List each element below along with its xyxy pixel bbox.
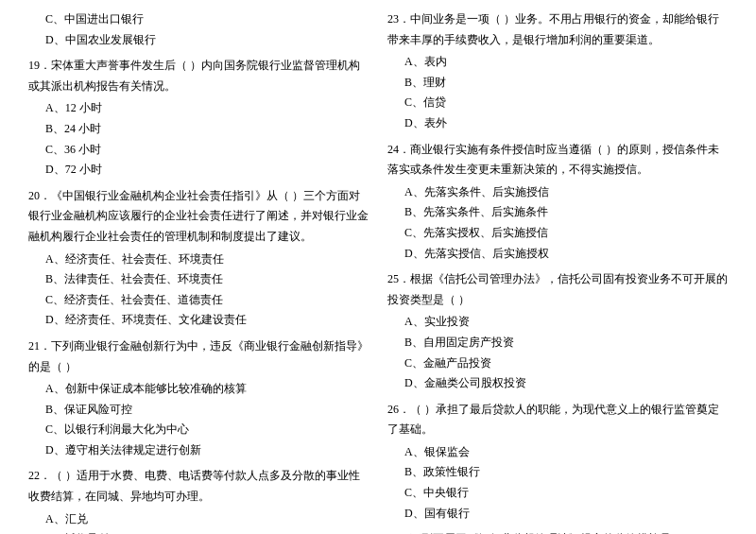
q22-option-b: B、托收承付 (28, 529, 369, 534)
q23-option-c: C、信贷 (387, 93, 728, 113)
q20-option-a: A、经济责任、社会责任、环境责任 (28, 250, 369, 270)
question-22: 22．（ ）适用于水费、电费、电话费等付款人点多及分散的事业性收费结算，在同城、… (28, 466, 369, 534)
q23-option-d: D、表外 (387, 113, 728, 134)
q23-text: 23．中间业务是一项（ ）业务。不用占用银行的资金，却能给银行带来丰厚的手续费收… (387, 9, 728, 50)
question-26: 26．（ ）承担了最后贷款人的职能，为现代意义上的银行监管奠定了基础。 A、银保… (387, 400, 728, 525)
q25-option-d: D、金融类公司股权投资 (387, 373, 728, 394)
question-21: 21．下列商业银行金融创新行为中，违反《商业银行金融创新指导》的是（ ） A、创… (28, 336, 369, 461)
q22-option-a: A、汇兑 (28, 509, 369, 530)
right-column: 23．中间业务是一项（ ）业务。不用占用银行的资金，却能给银行带来丰厚的手续费收… (387, 9, 728, 534)
q26-option-d: D、国有银行 (387, 504, 728, 525)
q20-text: 20．《中国银行业金融机构企业社会责任指引》从（ ）三个方面对银行业金融机构应该… (28, 186, 369, 248)
option-d-export: D、中国农业发展银行 (28, 30, 369, 51)
q26-option-b: B、政策性银行 (387, 462, 728, 483)
question-27: 27．下列不属于《银行业监督管理法》规定的监管措施是（ ） A、限制股权转让 B… (387, 529, 728, 534)
q25-option-b: B、自用固定房产投资 (387, 333, 728, 353)
q23-option-a: A、表内 (387, 52, 728, 73)
q24-option-d: D、先落实授信、后实施授权 (387, 244, 728, 265)
q21-option-d: D、遵守相关法律规定进行创新 (28, 440, 369, 461)
q20-option-c: C、经济责任、社会责任、道德责任 (28, 290, 369, 311)
question-19: 19．宋体重大声誉事件发生后（ ）内向国务院银行业监督管理机构或其派出机构报告有… (28, 56, 369, 181)
q21-option-a: A、创新中保证成本能够比较准确的核算 (28, 379, 369, 400)
q24-text: 24．商业银行实施有条件授信时应当遵循（ ）的原则，授信条件未落实或条件发生变更… (387, 140, 728, 181)
question-25: 25．根据《信托公司管理办法》，信托公司固有投资业务不可开展的投资类型是（ ） … (387, 269, 728, 394)
q27-text: 27．下列不属于《银行业监督管理法》规定的监管措施是（ ） (387, 529, 728, 534)
option-c-export: C、中国进出口银行 (28, 9, 369, 30)
q26-option-c: C、中央银行 (387, 483, 728, 504)
q19-option-c: C、36 小时 (28, 140, 369, 161)
question-c-export: C、中国进出口银行 D、中国农业发展银行 (28, 9, 369, 50)
q22-text: 22．（ ）适用于水费、电费、电话费等付款人点多及分散的事业性收费结算，在同城、… (28, 466, 369, 507)
q19-text: 19．宋体重大声誉事件发生后（ ）内向国务院银行业监督管理机构或其派出机构报告有… (28, 56, 369, 96)
q26-text: 26．（ ）承担了最后贷款人的职能，为现代意义上的银行监管奠定了基础。 (387, 400, 728, 440)
q24-option-a: A、先落实条件、后实施授信 (387, 182, 728, 203)
q21-option-c: C、以银行利润最大化为中心 (28, 420, 369, 440)
q21-option-b: B、保证风险可控 (28, 400, 369, 421)
q25-option-c: C、金融产品投资 (387, 353, 728, 374)
q20-option-b: B、法律责任、社会责任、环境责任 (28, 269, 369, 290)
q23-option-b: B、理财 (387, 73, 728, 94)
q19-option-a: A、12 小时 (28, 98, 369, 119)
q21-text: 21．下列商业银行金融创新行为中，违反《商业银行金融创新指导》的是（ ） (28, 336, 369, 377)
question-24: 24．商业银行实施有条件授信时应当遵循（ ）的原则，授信条件未落实或条件发生变更… (387, 140, 728, 265)
question-20: 20．《中国银行业金融机构企业社会责任指引》从（ ）三个方面对银行业金融机构应该… (28, 186, 369, 331)
q26-option-a: A、银保监会 (387, 442, 728, 463)
q19-option-d: D、72 小时 (28, 160, 369, 181)
q24-option-c: C、先落实授权、后实施授信 (387, 223, 728, 244)
question-23: 23．中间业务是一项（ ）业务。不用占用银行的资金，却能给银行带来丰厚的手续费收… (387, 9, 728, 134)
q25-text: 25．根据《信托公司管理办法》，信托公司固有投资业务不可开展的投资类型是（ ） (387, 269, 728, 310)
q20-option-d: D、经济责任、环境责任、文化建设责任 (28, 310, 369, 331)
q25-option-a: A、实业投资 (387, 312, 728, 333)
left-column: C、中国进出口银行 D、中国农业发展银行 19．宋体重大声誉事件发生后（ ）内向… (28, 9, 369, 534)
q19-option-b: B、24 小时 (28, 119, 369, 140)
q24-option-b: B、先落实条件、后实施条件 (387, 202, 728, 223)
